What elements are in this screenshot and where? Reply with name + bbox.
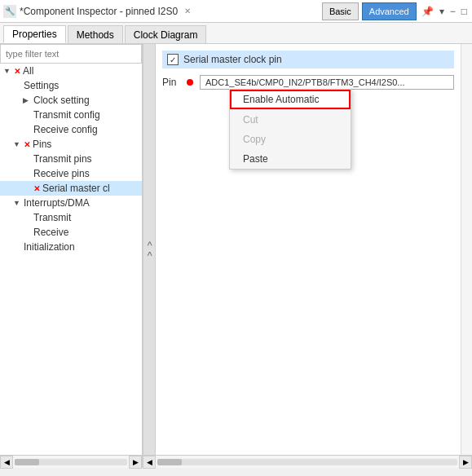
context-menu-paste[interactable]: Paste	[230, 149, 351, 169]
chevron-down-icon[interactable]: ▾	[438, 4, 446, 19]
tree-item-settings[interactable]: Settings	[0, 78, 142, 93]
serial-master-checkbox[interactable]: ✓	[167, 54, 179, 65]
tree-label-rx-pins: Receive pins	[33, 168, 90, 179]
tree-arrow-clock: ▶	[23, 96, 31, 104]
tree-item-initialization[interactable]: Initialization	[0, 240, 142, 254]
tree-item-receive[interactable]: Receive	[0, 225, 142, 240]
tree-error-all: ✕	[14, 67, 20, 76]
tree-label-pins: Pins	[33, 139, 51, 150]
tree-label-settings: Settings	[24, 80, 59, 91]
tree-label-tx-pins: Transmit pins	[33, 153, 92, 165]
scroll-thumb-right	[157, 459, 182, 465]
title-icons: 📌 ▾ − □	[420, 4, 469, 19]
collapse-label: < <	[145, 241, 154, 258]
tree-item-all[interactable]: ▼ ✕ All	[0, 64, 142, 78]
tree-item-transmit-config[interactable]: Transmit config	[0, 108, 142, 122]
title-bar-left: 🔧 *Component Inspector - pinned I2S0 ✕	[3, 5, 194, 18]
tree-item-rx-pins[interactable]: Receive pins	[0, 166, 142, 181]
window-title: *Component Inspector - pinned I2S0	[20, 6, 178, 17]
tree-item-clock-setting[interactable]: ▶ Clock setting	[0, 93, 142, 108]
advanced-mode-button[interactable]: Advanced	[362, 2, 417, 20]
tree-error-pins: ✕	[24, 140, 30, 149]
tab-bar: Properties Methods Clock Diagram	[0, 23, 472, 44]
tree-label-transmit: Transmit	[33, 212, 71, 223]
tree-label-all: All	[23, 65, 33, 77]
tree-label-rx-config: Receive config	[33, 124, 98, 135]
context-menu-cut: Cut	[230, 110, 351, 130]
tree-label-clock: Clock setting	[33, 95, 90, 106]
pin-value[interactable]: ADC1_SE4b/CMP0_IN2/PTB8/FTM3_CH4/I2S0...	[200, 75, 454, 90]
pin-error-dot	[187, 79, 193, 86]
tab-clock-diagram[interactable]: Clock Diagram	[125, 25, 207, 43]
bottom-scroll-left: ◀ ▶	[0, 456, 143, 468]
tree-label-interrupts: Interrupts/DMA	[24, 197, 90, 209]
tree-label-init: Initialization	[24, 241, 75, 253]
pin-row: Pin ADC1_SE4b/CMP0_IN2/PTB8/FTM3_CH4/I2S…	[162, 75, 454, 90]
right-panel: ✓ Serial master clock pin Pin ADC1_SE4b/…	[156, 44, 472, 455]
tree-item-serial-master[interactable]: ✕ Serial master cl	[0, 181, 142, 196]
scroll-track-left[interactable]	[15, 459, 127, 465]
pin-label: Pin	[162, 77, 182, 88]
tree-item-tx-pins[interactable]: Transmit pins	[0, 152, 142, 166]
tree-arrow-all: ▼	[3, 67, 11, 75]
tree-arrow-pins: ▼	[13, 140, 21, 148]
serial-master-row: ✓ Serial master clock pin	[162, 51, 454, 68]
collapse-button[interactable]: < <	[143, 44, 156, 455]
scroll-left-button[interactable]: ◀	[0, 456, 13, 469]
tree-item-pins[interactable]: ▼ ✕ Pins	[0, 137, 142, 152]
bottom-bar: ◀ ▶ ◀ ▶	[0, 455, 472, 468]
scroll-right-button-right[interactable]: ▶	[459, 456, 472, 469]
filter-input[interactable]	[0, 44, 142, 64]
context-menu-enable-automatic[interactable]: Enable Automatic	[230, 90, 351, 109]
close-tab-icon[interactable]: ✕	[181, 7, 194, 15]
tree-arrow-interrupts: ▼	[13, 199, 21, 207]
tab-methods[interactable]: Methods	[68, 25, 123, 43]
scroll-left-button-right[interactable]: ◀	[143, 456, 156, 469]
tree-label-tx-config: Transmit config	[33, 109, 100, 121]
minimize-icon[interactable]: −	[448, 4, 457, 19]
title-bar: 🔧 *Component Inspector - pinned I2S0 ✕ B…	[0, 0, 472, 23]
tree-item-interrupts[interactable]: ▼ Interrupts/DMA	[0, 196, 142, 210]
maximize-icon[interactable]: □	[460, 4, 469, 19]
tree-item-receive-config[interactable]: Receive config	[0, 122, 142, 137]
tree-container: ▼ ✕ All Settings ▶ Clock setting Transmi…	[0, 64, 142, 455]
scroll-right-button[interactable]: ▶	[129, 456, 142, 469]
left-panel: ▼ ✕ All Settings ▶ Clock setting Transmi…	[0, 44, 143, 455]
serial-master-label: Serial master clock pin	[183, 54, 282, 65]
context-menu-copy: Copy	[230, 130, 351, 149]
tab-properties[interactable]: Properties	[3, 25, 66, 43]
main-layout: ▼ ✕ All Settings ▶ Clock setting Transmi…	[0, 44, 472, 455]
pin-icon[interactable]: 📌	[420, 4, 435, 19]
context-menu: Enable Automatic Cut Copy Paste	[229, 89, 351, 170]
basic-mode-button[interactable]: Basic	[322, 2, 359, 20]
scroll-thumb-left	[15, 459, 39, 465]
tree-error-serial: ✕	[33, 184, 40, 193]
tree-label-serial: Serial master cl	[42, 183, 110, 194]
tree-label-receive: Receive	[33, 227, 68, 238]
right-scrollbar[interactable]	[461, 44, 472, 455]
title-bar-right: Basic Advanced 📌 ▾ − □	[322, 2, 469, 20]
bottom-scroll-right: ◀ ▶	[143, 456, 472, 468]
app-icon: 🔧	[3, 5, 16, 18]
right-content: ✓ Serial master clock pin Pin ADC1_SE4b/…	[156, 44, 461, 455]
scroll-track-right[interactable]	[157, 459, 457, 465]
tree-item-transmit[interactable]: Transmit	[0, 210, 142, 225]
